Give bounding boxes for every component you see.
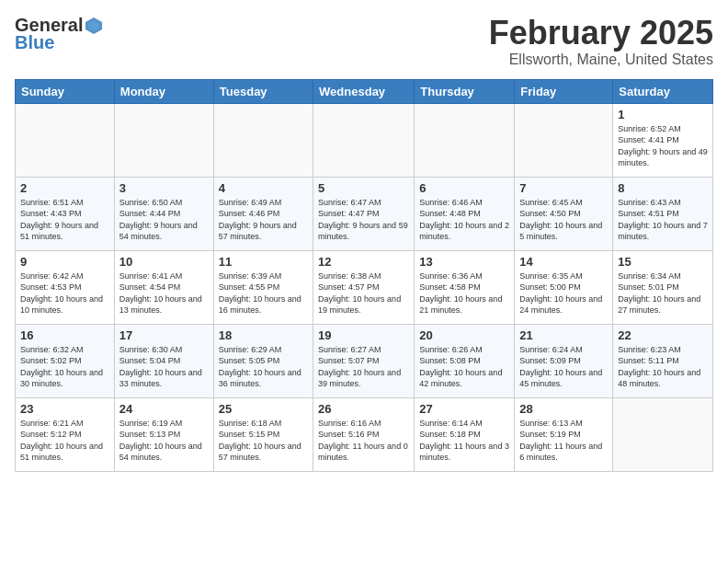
calendar-day-cell: 25Sunrise: 6:18 AMSunset: 5:15 PMDayligh… xyxy=(213,397,313,471)
calendar-day-cell: 15Sunrise: 6:34 AMSunset: 5:01 PMDayligh… xyxy=(613,250,713,324)
day-info: Sunrise: 6:18 AMSunset: 5:15 PMDaylight:… xyxy=(219,418,308,464)
day-info: Sunrise: 6:26 AMSunset: 5:08 PMDaylight:… xyxy=(419,344,509,390)
calendar-day-cell: 5Sunrise: 6:47 AMSunset: 4:47 PMDaylight… xyxy=(313,177,415,250)
day-info: Sunrise: 6:39 AMSunset: 4:55 PMDaylight:… xyxy=(219,270,308,316)
calendar-week-row: 1Sunrise: 6:52 AMSunset: 4:41 PMDaylight… xyxy=(16,103,713,177)
day-number: 11 xyxy=(219,255,308,269)
day-info: Sunrise: 6:30 AMSunset: 5:04 PMDaylight:… xyxy=(119,344,209,390)
day-info: Sunrise: 6:45 AMSunset: 4:50 PMDaylight:… xyxy=(519,197,608,243)
calendar-day-cell: 3Sunrise: 6:50 AMSunset: 4:44 PMDaylight… xyxy=(114,177,213,250)
calendar-day-cell: 22Sunrise: 6:23 AMSunset: 5:11 PMDayligh… xyxy=(613,324,713,397)
subtitle: Ellsworth, Maine, United States xyxy=(489,52,713,68)
calendar-day-cell: 9Sunrise: 6:42 AMSunset: 4:53 PMDaylight… xyxy=(16,250,115,324)
calendar-day-cell xyxy=(313,103,415,177)
day-number: 13 xyxy=(419,255,509,269)
day-info: Sunrise: 6:21 AMSunset: 5:12 PMDaylight:… xyxy=(20,418,109,464)
day-number: 3 xyxy=(119,181,209,195)
calendar-day-cell: 18Sunrise: 6:29 AMSunset: 5:05 PMDayligh… xyxy=(213,324,313,397)
day-info: Sunrise: 6:51 AMSunset: 4:43 PMDaylight:… xyxy=(20,197,109,243)
day-info: Sunrise: 6:46 AMSunset: 4:48 PMDaylight:… xyxy=(419,197,509,243)
day-number: 8 xyxy=(618,181,708,195)
day-info: Sunrise: 6:38 AMSunset: 4:57 PMDaylight:… xyxy=(318,270,409,316)
day-number: 5 xyxy=(318,181,409,195)
day-number: 12 xyxy=(318,255,409,269)
day-info: Sunrise: 6:14 AMSunset: 5:18 PMDaylight:… xyxy=(419,418,509,464)
day-number: 6 xyxy=(419,181,509,195)
calendar-day-header: Sunday xyxy=(16,79,115,103)
calendar-day-header: Friday xyxy=(515,79,613,103)
calendar-day-cell: 14Sunrise: 6:35 AMSunset: 5:00 PMDayligh… xyxy=(515,250,613,324)
calendar-day-cell: 13Sunrise: 6:36 AMSunset: 4:58 PMDayligh… xyxy=(415,250,515,324)
calendar-day-cell: 4Sunrise: 6:49 AMSunset: 4:46 PMDaylight… xyxy=(213,177,313,250)
day-number: 28 xyxy=(519,402,608,416)
day-info: Sunrise: 6:19 AMSunset: 5:13 PMDaylight:… xyxy=(119,418,209,464)
day-number: 26 xyxy=(318,402,409,416)
page: General Blue February 2025 Ellsworth, Ma… xyxy=(0,0,728,563)
day-number: 17 xyxy=(119,328,209,342)
day-number: 20 xyxy=(419,328,509,342)
calendar-day-cell: 16Sunrise: 6:32 AMSunset: 5:02 PMDayligh… xyxy=(16,324,115,397)
calendar-week-row: 23Sunrise: 6:21 AMSunset: 5:12 PMDayligh… xyxy=(16,397,713,471)
calendar-day-header: Saturday xyxy=(613,79,713,103)
day-info: Sunrise: 6:24 AMSunset: 5:09 PMDaylight:… xyxy=(519,344,608,390)
day-number: 27 xyxy=(419,402,509,416)
calendar-day-cell: 6Sunrise: 6:46 AMSunset: 4:48 PMDaylight… xyxy=(415,177,515,250)
day-info: Sunrise: 6:43 AMSunset: 4:51 PMDaylight:… xyxy=(618,197,708,243)
day-number: 4 xyxy=(219,181,308,195)
calendar-day-cell xyxy=(613,397,713,471)
day-number: 22 xyxy=(618,328,708,342)
calendar-day-header: Thursday xyxy=(415,79,515,103)
calendar-day-header: Monday xyxy=(114,79,213,103)
calendar-day-header: Wednesday xyxy=(313,79,415,103)
calendar-day-header: Tuesday xyxy=(213,79,313,103)
day-info: Sunrise: 6:13 AMSunset: 5:19 PMDaylight:… xyxy=(519,418,608,464)
calendar-day-cell: 12Sunrise: 6:38 AMSunset: 4:57 PMDayligh… xyxy=(313,250,415,324)
calendar-day-cell: 17Sunrise: 6:30 AMSunset: 5:04 PMDayligh… xyxy=(114,324,213,397)
day-info: Sunrise: 6:36 AMSunset: 4:58 PMDaylight:… xyxy=(419,270,509,316)
day-number: 15 xyxy=(618,255,708,269)
calendar-day-cell xyxy=(114,103,213,177)
main-title: February 2025 xyxy=(489,15,713,52)
calendar-day-cell: 8Sunrise: 6:43 AMSunset: 4:51 PMDaylight… xyxy=(613,177,713,250)
day-info: Sunrise: 6:35 AMSunset: 5:00 PMDaylight:… xyxy=(519,270,608,316)
calendar-week-row: 16Sunrise: 6:32 AMSunset: 5:02 PMDayligh… xyxy=(16,324,713,397)
day-number: 23 xyxy=(20,402,109,416)
day-number: 9 xyxy=(20,255,109,269)
day-info: Sunrise: 6:49 AMSunset: 4:46 PMDaylight:… xyxy=(219,197,308,243)
day-info: Sunrise: 6:50 AMSunset: 4:44 PMDaylight:… xyxy=(119,197,209,243)
calendar-day-cell xyxy=(16,103,115,177)
calendar-day-cell xyxy=(515,103,613,177)
logo: General Blue xyxy=(15,15,105,53)
calendar-day-cell xyxy=(415,103,515,177)
calendar-day-cell xyxy=(213,103,313,177)
day-number: 16 xyxy=(20,328,109,342)
calendar-day-cell: 23Sunrise: 6:21 AMSunset: 5:12 PMDayligh… xyxy=(16,397,115,471)
day-info: Sunrise: 6:41 AMSunset: 4:54 PMDaylight:… xyxy=(119,270,209,316)
day-number: 24 xyxy=(119,402,209,416)
day-number: 14 xyxy=(519,255,608,269)
calendar-header-row: SundayMondayTuesdayWednesdayThursdayFrid… xyxy=(16,79,713,103)
calendar-day-cell: 27Sunrise: 6:14 AMSunset: 5:18 PMDayligh… xyxy=(415,397,515,471)
calendar-day-cell: 26Sunrise: 6:16 AMSunset: 5:16 PMDayligh… xyxy=(313,397,415,471)
calendar-day-cell: 21Sunrise: 6:24 AMSunset: 5:09 PMDayligh… xyxy=(515,324,613,397)
calendar-day-cell: 19Sunrise: 6:27 AMSunset: 5:07 PMDayligh… xyxy=(313,324,415,397)
day-info: Sunrise: 6:29 AMSunset: 5:05 PMDaylight:… xyxy=(219,344,308,390)
calendar-week-row: 2Sunrise: 6:51 AMSunset: 4:43 PMDaylight… xyxy=(16,177,713,250)
calendar-day-cell: 11Sunrise: 6:39 AMSunset: 4:55 PMDayligh… xyxy=(213,250,313,324)
day-number: 18 xyxy=(219,328,308,342)
calendar-day-cell: 1Sunrise: 6:52 AMSunset: 4:41 PMDaylight… xyxy=(613,103,713,177)
calendar-week-row: 9Sunrise: 6:42 AMSunset: 4:53 PMDaylight… xyxy=(16,250,713,324)
calendar-day-cell: 2Sunrise: 6:51 AMSunset: 4:43 PMDaylight… xyxy=(16,177,115,250)
day-info: Sunrise: 6:42 AMSunset: 4:53 PMDaylight:… xyxy=(20,270,109,316)
day-info: Sunrise: 6:52 AMSunset: 4:41 PMDaylight:… xyxy=(618,123,708,169)
calendar-day-cell: 7Sunrise: 6:45 AMSunset: 4:50 PMDaylight… xyxy=(515,177,613,250)
calendar-day-cell: 10Sunrise: 6:41 AMSunset: 4:54 PMDayligh… xyxy=(114,250,213,324)
day-number: 21 xyxy=(519,328,608,342)
calendar-day-cell: 28Sunrise: 6:13 AMSunset: 5:19 PMDayligh… xyxy=(515,397,613,471)
calendar-day-cell: 20Sunrise: 6:26 AMSunset: 5:08 PMDayligh… xyxy=(415,324,515,397)
calendar-day-cell: 24Sunrise: 6:19 AMSunset: 5:13 PMDayligh… xyxy=(114,397,213,471)
day-info: Sunrise: 6:47 AMSunset: 4:47 PMDaylight:… xyxy=(318,197,409,243)
day-number: 1 xyxy=(618,108,708,121)
title-block: February 2025 Ellsworth, Maine, United S… xyxy=(489,15,713,68)
day-info: Sunrise: 6:27 AMSunset: 5:07 PMDaylight:… xyxy=(318,344,409,390)
